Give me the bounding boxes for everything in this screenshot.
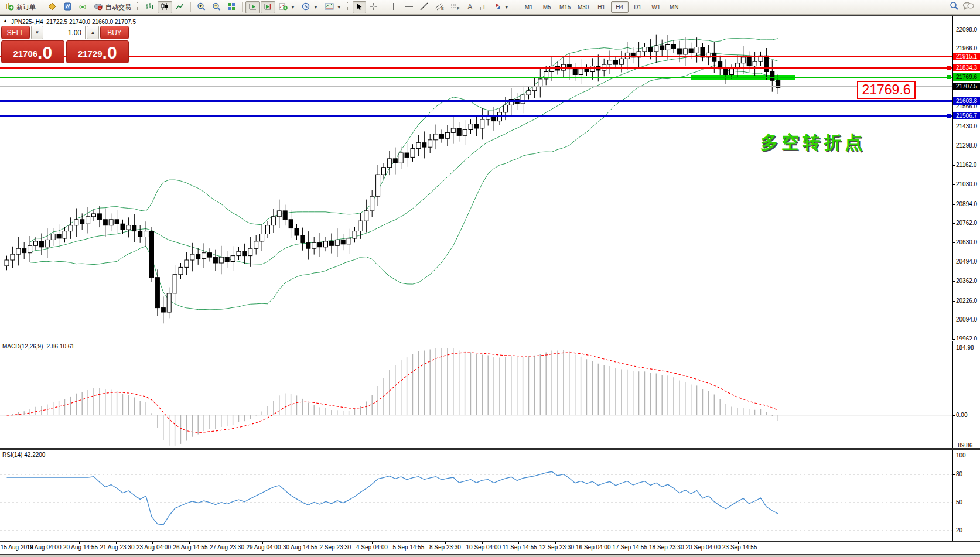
time-label[interactable]: 2 Sep 23:30 (320, 544, 351, 551)
horizontal-line-21769.6[interactable] (0, 77, 952, 78)
pane-separator[interactable] (0, 448, 980, 450)
price-badge: 21915.1 (953, 53, 980, 60)
tab-timeframe-m1[interactable]: M1 (520, 1, 538, 13)
candle (213, 257, 217, 263)
time-label[interactable]: 20 Aug 14:55 (63, 544, 98, 551)
time-label[interactable]: 27 Aug 23:30 (210, 544, 244, 551)
time-label[interactable]: 11 Sep 14:55 (503, 544, 537, 551)
rsi-pane-canvas[interactable] (0, 450, 952, 541)
buy-button[interactable]: BUY (100, 26, 129, 39)
time-label[interactable]: 16 Sep 04:00 (576, 544, 611, 551)
candle (764, 56, 769, 71)
time-label[interactable]: 5 Sep 14:55 (393, 544, 425, 551)
time-label[interactable]: 20 Sep 04:00 (686, 544, 721, 551)
candle (370, 196, 374, 211)
trendline-button[interactable] (417, 1, 431, 13)
volume-decrease-button[interactable]: ▼ (31, 26, 43, 39)
candle (677, 49, 681, 54)
periods-button[interactable]: ▼ (299, 1, 321, 13)
turning-point-annotation[interactable]: 多空转折点 (760, 131, 866, 155)
horizontal-line-21915.1[interactable] (0, 56, 952, 57)
equidistant-channel-button[interactable]: E (432, 1, 447, 13)
sell-price-panel[interactable]: 21706.0 (1, 40, 64, 63)
zoom-in-button[interactable] (194, 1, 209, 13)
sell-button[interactable]: SELL (1, 26, 30, 39)
horizontal-line-21506.7[interactable] (0, 115, 952, 117)
candle (103, 220, 107, 225)
time-label[interactable]: 10 Sep 04:00 (466, 544, 501, 551)
fibonacci-button[interactable]: F (448, 1, 463, 13)
macd-tick-label: 184.98 (956, 344, 974, 351)
text-label-button[interactable]: T (477, 1, 491, 13)
time-label[interactable]: 12 Sep 23:30 (539, 544, 575, 551)
vertical-line-button[interactable] (387, 1, 401, 13)
time-label[interactable]: 30 Aug 14:55 (283, 544, 317, 551)
volume-increase-button[interactable]: ▲ (87, 26, 99, 39)
arrows-button[interactable]: ▼ (491, 1, 512, 13)
cursor-button[interactable] (353, 1, 366, 13)
time-label[interactable]: 4 Sep 04:00 (356, 544, 388, 551)
time-label[interactable]: 29 Aug 04:00 (247, 544, 281, 551)
rsi-tick-label: 20 (956, 527, 962, 534)
zoom-out-button[interactable] (209, 1, 224, 13)
price-badge: 21707.5 (953, 83, 980, 90)
svg-text:E: E (441, 6, 444, 11)
horizontal-line-21834.3[interactable] (0, 67, 952, 69)
macd-tick-mark (952, 348, 955, 348)
line-drag-handle[interactable] (947, 66, 951, 70)
candle (138, 231, 142, 237)
macd-pane-canvas[interactable] (0, 341, 952, 448)
time-label[interactable]: 26 Aug 14:55 (173, 544, 208, 551)
price-tick-mark (952, 184, 955, 185)
time-label[interactable]: 8 Sep 23:30 (429, 544, 461, 551)
horizontal-line-button[interactable] (401, 1, 416, 13)
candle (666, 45, 670, 50)
candle (335, 240, 339, 245)
templates-button[interactable]: ▼ (322, 1, 344, 13)
candlestick-chart-button[interactable] (158, 1, 172, 13)
tab-timeframe-d1[interactable]: D1 (629, 1, 647, 13)
time-label[interactable]: 21 Aug 23:30 (100, 544, 135, 551)
horizontal-line-21707.5[interactable] (0, 86, 952, 87)
candle (364, 211, 368, 221)
line-chart-button[interactable] (173, 1, 187, 13)
price-callout-label[interactable]: 21769.6 (857, 81, 916, 99)
candle (416, 143, 421, 149)
tab-timeframe-m15[interactable]: M15 (556, 1, 574, 13)
new-order-button[interactable]: 新订单 (2, 1, 39, 13)
buy-price-panel[interactable]: 21729.0 (66, 40, 129, 63)
tab-timeframe-mn[interactable]: MN (665, 1, 683, 13)
search-icon[interactable] (950, 1, 959, 13)
tab-timeframe-m30[interactable]: M30 (575, 1, 592, 13)
community-button[interactable] (45, 1, 60, 13)
pane-separator[interactable] (0, 340, 980, 341)
candle (741, 57, 745, 63)
line-drag-handle[interactable] (947, 75, 951, 79)
tile-windows-button[interactable] (224, 1, 239, 13)
indicators-button[interactable]: ▼ (276, 1, 298, 13)
time-label[interactable]: 17 Sep 14:55 (613, 544, 648, 551)
tab-timeframe-h1[interactable]: H1 (593, 1, 610, 13)
tab-timeframe-m5[interactable]: M5 (538, 1, 556, 13)
chart-shift-button[interactable] (261, 1, 275, 13)
time-label[interactable]: 18 Sep 23:30 (649, 544, 684, 551)
tab-timeframe-w1[interactable]: W1 (647, 1, 665, 13)
crosshair-button[interactable] (367, 1, 381, 13)
horizontal-line-21603.8[interactable] (0, 100, 952, 102)
main-chart-canvas[interactable] (0, 18, 952, 340)
time-label[interactable]: 19 Aug 04:00 (27, 544, 62, 551)
bar-chart-button[interactable] (142, 1, 157, 13)
autoscroll-button[interactable] (245, 1, 260, 13)
line-drag-handle[interactable] (947, 114, 951, 118)
chat-icon[interactable] (962, 2, 974, 13)
metaeditor-button[interactable] (60, 1, 75, 13)
tab-timeframe-h4[interactable]: H4 (611, 1, 629, 13)
price-tick-mark (952, 204, 955, 205)
signals-button[interactable] (76, 1, 90, 13)
time-label[interactable]: 23 Sep 14:55 (722, 544, 757, 551)
candle (225, 257, 229, 261)
autotrading-button[interactable]: 自动交易 (91, 1, 134, 13)
volume-input[interactable] (45, 26, 86, 39)
time-label[interactable]: 23 Aug 04:00 (136, 544, 171, 551)
text-button[interactable]: A (463, 1, 477, 13)
